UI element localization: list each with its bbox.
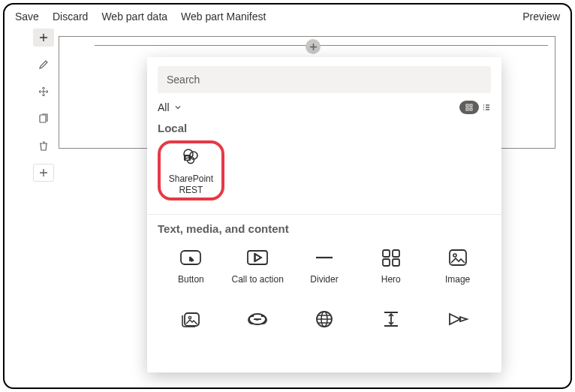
- divider-icon: [312, 246, 336, 270]
- category-filter-dropdown[interactable]: All: [158, 101, 182, 113]
- edit-section-button[interactable]: [33, 56, 54, 74]
- svg-rect-17: [450, 250, 466, 265]
- category-local-heading: Local: [158, 122, 491, 134]
- webpart-label: SharePoint REST: [169, 173, 213, 196]
- edit-icon: [38, 59, 50, 71]
- svg-rect-0: [40, 115, 46, 122]
- webpart-button[interactable]: Button: [158, 241, 224, 300]
- webpart-label: Hero: [381, 274, 401, 285]
- top-toolbar: Save Discard Web part data Web part Mani…: [5, 5, 570, 29]
- webpart-label: Divider: [310, 274, 338, 285]
- webpart-image-gallery[interactable]: [158, 303, 224, 361]
- category-separator: [147, 214, 501, 215]
- svg-text:S: S: [186, 155, 190, 161]
- move-section-button[interactable]: [33, 83, 54, 101]
- webpart-label: Call to action: [232, 274, 284, 285]
- svg-rect-2: [470, 104, 472, 107]
- section-divider-line: [95, 45, 548, 46]
- svg-rect-14: [393, 250, 399, 257]
- webpart-embed[interactable]: [291, 303, 358, 361]
- cta-icon: [245, 246, 269, 270]
- plus-icon: [39, 33, 48, 42]
- webpart-divider[interactable]: Divider: [291, 241, 358, 300]
- svg-rect-4: [470, 108, 472, 110]
- svg-point-18: [453, 254, 456, 257]
- webpart-data-button[interactable]: Web part data: [101, 11, 167, 23]
- grid-view-icon: [459, 101, 479, 114]
- image-icon: [446, 246, 470, 270]
- globe-icon: [312, 307, 336, 331]
- category-textmedia-heading: Text, media, and content: [158, 222, 491, 235]
- svg-rect-1: [466, 104, 468, 107]
- webpart-sharepoint-rest[interactable]: S SharePoint REST: [158, 140, 224, 201]
- svg-rect-13: [383, 250, 390, 257]
- move-icon: [38, 86, 50, 98]
- webpart-manifest-button[interactable]: Web part Manifest: [181, 11, 266, 23]
- image-gallery-icon: [179, 307, 203, 331]
- section-side-toolbar: [33, 29, 54, 182]
- webpart-hero[interactable]: Hero: [357, 241, 424, 300]
- svg-rect-3: [466, 108, 468, 110]
- button-icon: [179, 246, 203, 270]
- spacer-icon: [379, 307, 403, 331]
- chevron-down-icon: [174, 104, 182, 111]
- svg-rect-16: [393, 259, 399, 266]
- plus-icon: [309, 43, 318, 51]
- add-section-button[interactable]: [33, 29, 54, 47]
- svg-point-20: [189, 316, 191, 318]
- add-below-button[interactable]: [33, 164, 54, 182]
- trash-icon: [38, 140, 50, 152]
- save-button[interactable]: Save: [15, 11, 39, 23]
- svg-rect-11: [248, 251, 267, 264]
- discard-button[interactable]: Discard: [53, 11, 88, 23]
- preview-button[interactable]: Preview: [522, 11, 560, 23]
- copy-icon: [38, 113, 50, 125]
- webpart-link[interactable]: [224, 303, 291, 361]
- webpart-label: Button: [178, 274, 204, 285]
- link-icon: [245, 307, 269, 331]
- view-toggle[interactable]: [459, 101, 491, 114]
- sharepoint-icon: S: [179, 145, 203, 169]
- delete-section-button[interactable]: [33, 137, 54, 155]
- search-input[interactable]: Search: [158, 66, 491, 93]
- add-webpart-button[interactable]: [306, 39, 321, 54]
- webpart-picker: Search All Local S SharePoint REST: [147, 57, 501, 372]
- svg-rect-15: [383, 259, 390, 266]
- hero-icon: [379, 246, 403, 270]
- plus-icon: [39, 168, 48, 177]
- webpart-spacer[interactable]: [357, 303, 424, 361]
- filter-label: All: [158, 101, 170, 113]
- webpart-call-to-action[interactable]: Call to action: [224, 241, 291, 300]
- duplicate-section-button[interactable]: [33, 110, 54, 128]
- webpart-label: Image: [445, 274, 470, 285]
- webpart-image[interactable]: Image: [424, 241, 491, 300]
- webpart-stream[interactable]: [424, 303, 491, 361]
- list-view-icon: [482, 103, 491, 112]
- stream-icon: [446, 307, 470, 331]
